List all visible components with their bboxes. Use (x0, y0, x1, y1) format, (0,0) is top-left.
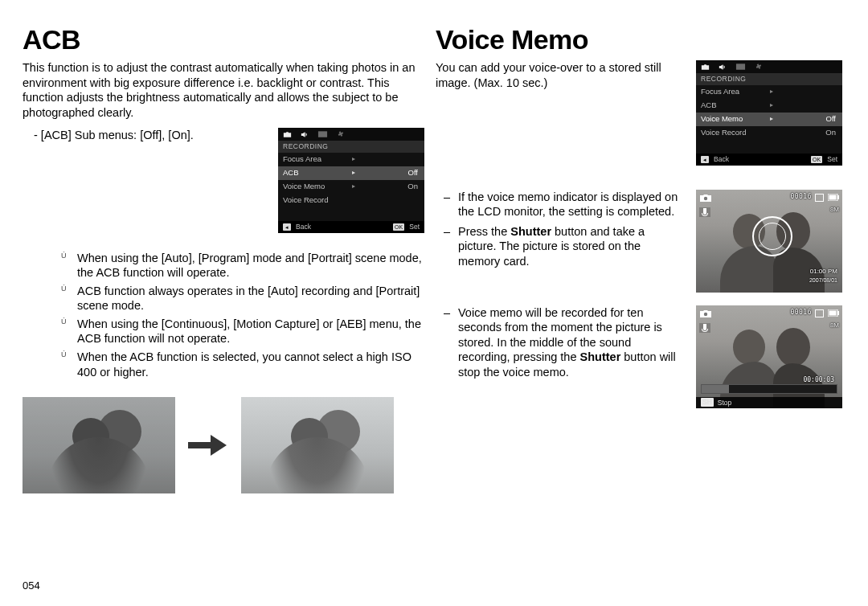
voice-memo-bullet-2: Press the Shutter button and take a pict… (436, 224, 685, 269)
svg-rect-2 (704, 67, 706, 69)
live-view-indicator: 00016 8M 01:00 PM 2007/08/01 (696, 190, 842, 293)
resolution-label: 8M (830, 206, 839, 213)
lcd-section-title: RECORDING (696, 73, 842, 85)
voice-memo-lcd-menu: RECORDING Focus Area▸ ACB▸ Voice Memo▸Of… (696, 60, 842, 166)
clock-readout: 01:00 PM (810, 268, 837, 275)
voice-memo-indicator-icon (752, 216, 792, 256)
voice-memo-mode-icon (699, 207, 710, 217)
lcd-tab-bar (696, 60, 842, 73)
voice-memo-block-3: Voice memo will be recorded for ten seco… (436, 305, 842, 408)
menu-row-voice-record: Voice RecordOn (696, 126, 842, 140)
example-photo-after (241, 397, 394, 493)
lcd-bottom-bar: ◂ Back OK Set (278, 221, 424, 233)
lcd-section-title: RECORDING (278, 141, 424, 153)
recording-progress-bar (701, 384, 837, 394)
camera-tab-icon (281, 130, 293, 139)
left-arrow-key-icon: ◂ (701, 156, 709, 163)
acb-note: When the ACB function is selected, you c… (55, 350, 424, 379)
acb-section: ACB This function is to adjust the contr… (23, 24, 424, 592)
acb-title: ACB (23, 24, 424, 55)
menu-row-focus-area: Focus Area▸ (278, 153, 424, 166)
svg-rect-10 (837, 311, 839, 315)
menu-row-voice-memo: Voice Memo▸On (278, 180, 424, 194)
voice-memo-bullet-1: If the voice memo indicator is displayed… (436, 190, 685, 219)
camera-tab-icon (699, 63, 710, 72)
page-number: 054 (23, 579, 40, 592)
recording-stop-bar: SH Stop (696, 397, 842, 408)
battery-icon (828, 309, 839, 317)
svg-rect-3 (735, 63, 744, 69)
svg-point-8 (704, 312, 707, 315)
ok-key-icon: OK (393, 223, 404, 231)
voice-memo-block-2: If the voice memo indicator is displayed… (436, 190, 842, 293)
example-photo-before (23, 397, 175, 493)
display-tab-icon (735, 63, 746, 72)
date-readout: 2007/08/01 (809, 277, 837, 283)
acb-submenu-row: - [ACB] Sub menus: [Off], [On]. RECORDIN… (23, 128, 424, 233)
svg-rect-0 (286, 134, 289, 137)
arrow-right-icon (188, 436, 228, 455)
acb-note: When using the [Auto], [Program] mode an… (55, 251, 424, 280)
sound-tab-icon (299, 130, 310, 139)
camera-mode-icon (699, 309, 712, 320)
acb-submenu-text: - [ACB] Sub menus: [Off], [On]. (23, 128, 265, 142)
card-icon (815, 309, 824, 317)
menu-row-focus-area: Focus Area▸ (696, 85, 842, 99)
acb-lcd-menu: RECORDING Focus Area▸ ACB▸Off Voice Memo… (278, 128, 424, 233)
caret-right-icon: ▸ (770, 116, 773, 122)
manual-page: ACB This function is to adjust the contr… (0, 0, 868, 606)
caret-right-icon: ▸ (352, 183, 355, 190)
svg-rect-6 (837, 195, 839, 199)
shots-remaining: 00016 (790, 193, 812, 200)
menu-row-acb: ACB▸ (696, 99, 842, 113)
acb-example-images (23, 397, 424, 493)
caret-right-icon: ▸ (770, 102, 773, 109)
svg-rect-11 (829, 310, 837, 315)
svg-rect-7 (829, 194, 837, 199)
left-arrow-key-icon: ◂ (283, 223, 291, 231)
setup-tab-icon (752, 63, 764, 72)
recording-time: 00:00:03 (803, 376, 834, 383)
card-icon (815, 194, 824, 202)
sound-tab-icon (717, 63, 728, 72)
shots-remaining: 00016 (790, 309, 812, 316)
voice-memo-title: Voice Memo (436, 24, 842, 55)
menu-row-voice-memo: Voice Memo▸Off (696, 113, 842, 126)
voice-memo-bullet-3: Voice memo will be recorded for ten seco… (436, 305, 685, 380)
acb-intro: This function is to adjust the contrast … (23, 60, 424, 120)
acb-note: ACB function always operates in the [Aut… (55, 284, 424, 313)
camera-mode-icon (699, 193, 712, 204)
caret-right-icon: ▸ (352, 170, 355, 176)
svg-point-4 (704, 196, 707, 199)
ok-key-icon: OK (811, 156, 822, 163)
acb-notes: When using the [Auto], [Program] mode an… (23, 248, 424, 383)
display-tab-icon (317, 130, 328, 139)
resolution-label: 8M (830, 321, 839, 329)
voice-memo-intro-block: You can add your voice-over to a stored … (436, 60, 842, 166)
acb-note: When using the [Continuous], [Motion Cap… (55, 317, 424, 346)
battery-icon (828, 194, 839, 201)
caret-right-icon: ▸ (770, 88, 773, 95)
menu-row-acb: ACB▸Off (278, 166, 424, 180)
voice-memo-intro: You can add your voice-over to a stored … (436, 60, 685, 90)
lcd-bottom-bar: ◂ Back OK Set (696, 154, 842, 166)
caret-right-icon: ▸ (352, 156, 355, 162)
voice-memo-section: Voice Memo You can add your voice-over t… (436, 24, 842, 592)
lcd-tab-bar (278, 128, 424, 141)
menu-row-voice-record: Voice Record (278, 194, 424, 207)
svg-rect-1 (317, 132, 326, 137)
setup-tab-icon (334, 130, 346, 139)
voice-memo-mode-icon (699, 323, 710, 333)
sh-key-icon: SH (701, 398, 714, 407)
live-view-recording: 00016 8M 00:00:03 SH Stop (696, 305, 842, 408)
